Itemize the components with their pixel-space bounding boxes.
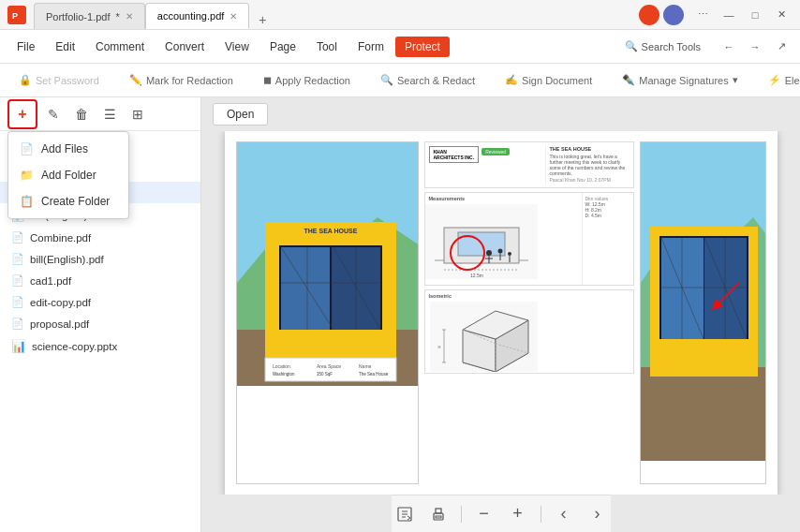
svg-text:350 SqF: 350 SqF	[317, 372, 333, 377]
external-link-button[interactable]: ↗	[770, 36, 793, 58]
svg-text:Area Space: Area Space	[317, 363, 341, 369]
electric-icon: ⚡	[768, 74, 781, 86]
svg-point-31	[486, 250, 492, 256]
tab-label: Portfolio-1.pdf	[46, 11, 110, 22]
list-item[interactable]: 📄 bill(English).pdf	[0, 248, 200, 270]
create-folder-icon: 📋	[20, 195, 34, 208]
list-item[interactable]: 📄 Combine.pdf	[0, 227, 200, 248]
sidebar-edit-button[interactable]: ✎	[41, 102, 66, 126]
pdf-info-panel: KHANARCHITECTS INC. Reviewed THE SEA HOU…	[424, 141, 634, 188]
tab-portfolio[interactable]: Portfolio-1.pdf * ✕	[34, 3, 145, 29]
search-redact-button[interactable]: 🔍 Search & Redact	[373, 71, 482, 89]
pdf-image-right	[640, 141, 766, 484]
svg-text:P: P	[12, 11, 18, 21]
dropdown-arrow-icon: ▾	[733, 74, 738, 86]
profile-icons	[639, 5, 684, 25]
menu-edit[interactable]: Edit	[46, 37, 84, 57]
sidebar-menu-button[interactable]: ☰	[97, 102, 122, 126]
bottom-separator	[461, 506, 462, 523]
pdf-image-left: THE SEA HOUSE Location Area Space Name W…	[236, 141, 419, 484]
tab-close-portfolio[interactable]: ✕	[126, 11, 133, 22]
svg-text:Washington: Washington	[273, 372, 295, 377]
create-folder-item[interactable]: 📋 Create Folder	[8, 188, 128, 214]
menu-form[interactable]: Form	[348, 37, 393, 57]
menu-file[interactable]: File	[7, 37, 44, 57]
sign-icon: ✍️	[505, 74, 518, 86]
svg-rect-7	[281, 247, 330, 330]
pdf-viewer: THE SEA HOUSE Location Area Space Name W…	[201, 131, 800, 495]
pdf-measurements-panel: Measurements	[424, 192, 634, 286]
edit-icon: ✏️	[129, 74, 142, 86]
set-password-button[interactable]: 🔒 Set Password	[11, 71, 107, 89]
svg-text:H: H	[437, 345, 440, 349]
prev-page-button[interactable]: ‹	[551, 501, 577, 527]
protect-toolbar: 🔒 Set Password ✏️ Mark for Redaction ◼ A…	[0, 64, 800, 97]
tab-close-accounting[interactable]: ✕	[230, 11, 237, 22]
menu-view[interactable]: View	[215, 37, 259, 57]
menu-tool[interactable]: Tool	[307, 37, 347, 57]
print-button[interactable]	[425, 501, 452, 527]
close-button[interactable]: ✕	[770, 4, 793, 26]
sidebar-toolbar: + ✎ 🗑 ☰ ⊞	[0, 97, 200, 131]
file-name: bill(English).pdf	[30, 254, 104, 265]
back-button[interactable]: ←	[718, 36, 740, 58]
zoom-out-button[interactable]: −	[471, 501, 497, 527]
forward-button[interactable]: →	[744, 36, 766, 58]
svg-rect-67	[436, 509, 441, 513]
electronic-button[interactable]: ⚡ Electro...	[761, 71, 800, 89]
mark-redaction-button[interactable]: ✏️ Mark for Redaction	[122, 71, 241, 89]
content-toolbar: Open	[201, 97, 800, 131]
sidebar-grid-button[interactable]: ⊞	[126, 102, 150, 126]
menu-protect[interactable]: Protect	[395, 37, 450, 57]
window-action-buttons: ← → ↗	[718, 36, 793, 58]
svg-text:Location: Location	[273, 363, 290, 369]
list-item[interactable]: 📊 science-copy.pptx	[0, 334, 200, 358]
bottom-toolbar: − + ‹ ›	[392, 495, 611, 532]
more-options-button[interactable]: ⋯	[691, 4, 714, 26]
tab-modified: *	[115, 11, 119, 22]
tab-bar: Portfolio-1.pdf * ✕ accounting.pdf ✕ +	[34, 0, 639, 29]
menu-page[interactable]: Page	[260, 37, 305, 57]
list-item[interactable]: 📄 proposal.pdf	[0, 313, 200, 334]
search-tools-button[interactable]: 🔍 Search Tools	[617, 38, 708, 54]
sign-document-button[interactable]: ✍️ Sign Document	[497, 71, 600, 89]
open-button[interactable]: Open	[213, 103, 268, 126]
bottom-separator-2	[541, 506, 541, 523]
file-name: edit-copy.pdf	[30, 297, 91, 308]
menu-convert[interactable]: Convert	[156, 37, 214, 57]
svg-point-34	[497, 249, 502, 254]
manage-signatures-button[interactable]: ✒️ Manage Signatures ▾	[615, 71, 745, 89]
main-area: + ✎ 🗑 ☰ ⊞ 📄 Add Files 📁 Add Folder 📋 Cre…	[0, 97, 800, 532]
svg-text:The Sea House: The Sea House	[359, 372, 389, 377]
pdf-icon: 📄	[11, 318, 24, 330]
user-avatar-2	[663, 5, 684, 25]
maximize-button[interactable]: □	[744, 4, 766, 26]
add-folder-item[interactable]: 📁 Add Folder	[8, 162, 128, 188]
search-tools-label: Search Tools	[642, 41, 701, 52]
lock-icon: 🔒	[19, 74, 32, 86]
add-files-item[interactable]: 📄 Add Files	[8, 136, 128, 162]
user-avatar-1	[639, 5, 659, 25]
search-redact-icon: 🔍	[380, 74, 393, 86]
apply-redaction-button[interactable]: ◼ Apply Redaction	[256, 71, 358, 89]
next-page-button[interactable]: ›	[585, 501, 611, 527]
list-item[interactable]: 📄 edit-copy.pdf	[0, 291, 200, 313]
tab-accounting[interactable]: accounting.pdf ✕	[145, 3, 250, 29]
export-button[interactable]	[392, 501, 418, 527]
pptx-icon: 📊	[11, 339, 26, 353]
sidebar-add-button[interactable]: +	[10, 102, 35, 126]
add-files-label: Add Files	[41, 142, 88, 155]
zoom-in-button[interactable]: +	[505, 501, 531, 527]
svg-rect-68	[436, 516, 441, 518]
svg-text:THE SEA HOUSE: THE SEA HOUSE	[304, 228, 357, 234]
svg-text:12.5m: 12.5m	[470, 273, 483, 278]
menu-comment[interactable]: Comment	[86, 37, 154, 57]
minimize-button[interactable]: —	[718, 4, 740, 26]
sidebar-delete-button[interactable]: 🗑	[69, 102, 94, 126]
svg-point-36	[508, 252, 511, 256]
folder-icon: 📁	[20, 169, 34, 182]
list-item[interactable]: 📄 cad1.pdf	[0, 270, 200, 291]
create-folder-label: Create Folder	[41, 195, 110, 208]
pdf-icon: 📄	[11, 296, 24, 308]
new-tab-button[interactable]: +	[253, 10, 272, 29]
